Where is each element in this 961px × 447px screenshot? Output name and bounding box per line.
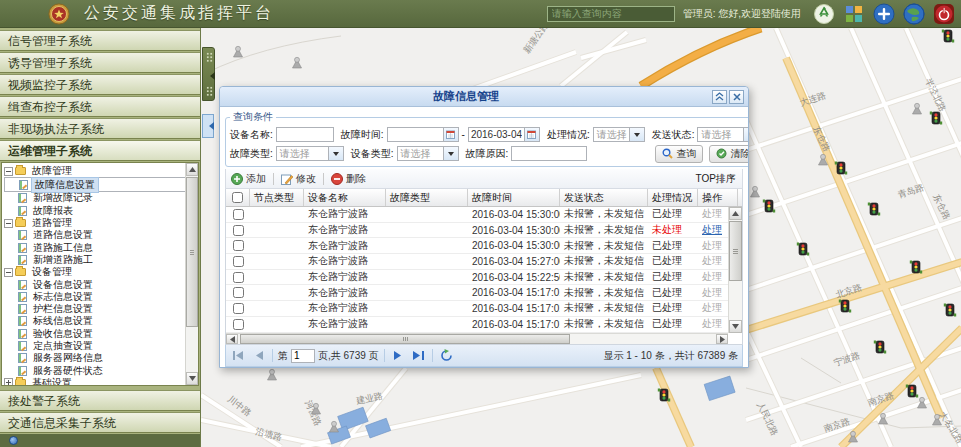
scroll-down-icon[interactable] (729, 320, 742, 333)
table-row[interactable]: 东仓路宁波路2016-03-04 15:22:50未报警，未发短信已处理处理 (226, 270, 742, 286)
column-header-handle-status[interactable]: 处理情况 (648, 189, 698, 206)
tree-item-server-network[interactable]: 服务器网络信息 (4, 352, 198, 364)
table-row[interactable]: 东仓路宁波路2016-03-04 15:27:00未报警，未发短信已处理处理 (226, 254, 742, 270)
handle-status-select[interactable]: 请选择 (593, 127, 645, 142)
fault-type-select[interactable]: 请选择 (276, 146, 344, 161)
row-checkbox[interactable] (233, 303, 244, 314)
sidebar-item-video[interactable]: 视频监控子系统 (0, 74, 200, 95)
tree-folder-fault[interactable]: 故障管理 (4, 165, 198, 177)
tree-item-guardrail-info[interactable]: 护栏信息设置 (4, 303, 198, 315)
table-row[interactable]: 东仓路宁波路2016-03-04 15:30:00未报警，未发短信已处理处理 (226, 207, 742, 223)
tree-folder-device[interactable]: 设备管理 (4, 266, 198, 278)
apps-grid-icon[interactable] (843, 3, 865, 25)
first-page-button[interactable] (230, 347, 247, 364)
tree-folder-road[interactable]: 道路管理 (4, 217, 198, 229)
table-row[interactable]: 东仓路宁波路2016-03-04 15:30:00未报警，未发短信未处理处理 (226, 223, 742, 239)
add-button[interactable]: 添加 (228, 171, 269, 187)
prev-page-button[interactable] (250, 347, 267, 364)
row-checkbox[interactable] (233, 240, 244, 251)
scroll-thumb[interactable] (729, 221, 742, 281)
top-sort-label[interactable]: TOP排序 (696, 172, 740, 186)
last-page-button[interactable] (410, 347, 427, 364)
sidebar-item-guidance[interactable]: 诱导管理子系统 (0, 52, 200, 73)
tree-folder-basic-settings[interactable]: 基础设置 (4, 377, 198, 386)
chevron-down-icon[interactable] (328, 147, 343, 160)
tree-scrollbar[interactable] (185, 163, 198, 385)
tree-item-fault-info[interactable]: 故障信息设置 (4, 177, 198, 192)
chevron-down-icon[interactable] (743, 128, 748, 141)
global-search-input[interactable] (547, 6, 675, 22)
tree-item-acceptance-info[interactable]: 验收信息设置 (4, 328, 198, 340)
next-page-button[interactable] (390, 347, 407, 364)
row-checkbox[interactable] (233, 256, 244, 267)
table-row[interactable]: 东仓路宁波路2016-03-04 15:17:01未报警，未发短信已处理处理 (226, 285, 742, 301)
column-header-node-type[interactable]: 节点类型 (250, 189, 304, 206)
edit-button[interactable]: 修改 (278, 171, 319, 187)
close-icon[interactable] (729, 90, 744, 104)
globe-icon[interactable] (903, 3, 925, 25)
device-type-select[interactable]: 请选择 (397, 146, 459, 161)
column-header-fault-time[interactable]: 故障时间 (468, 189, 560, 206)
scroll-up-icon[interactable] (729, 207, 742, 220)
table-row[interactable]: 东仓路宁波路2016-03-04 15:30:00未报警，未发短信已处理处理 (226, 238, 742, 254)
row-checkbox[interactable] (233, 225, 244, 236)
plus-icon[interactable] (873, 3, 895, 25)
table-row[interactable]: 东仓路宁波路2016-03-04 15:17:01未报警，未发短信已处理处理 (226, 301, 742, 317)
fault-reason-input[interactable] (511, 146, 587, 161)
scroll-down-icon[interactable] (186, 372, 198, 385)
chevron-down-icon[interactable] (629, 128, 644, 141)
select-all-checkbox[interactable] (232, 192, 243, 203)
scroll-up-icon[interactable] (186, 163, 198, 176)
collapse-toggle-icon[interactable] (4, 219, 13, 228)
column-header-device-name[interactable]: 设备名称 (304, 189, 386, 206)
calendar-icon[interactable] (524, 128, 539, 141)
sidebar-item-operations[interactable]: 运维管理子系统 (0, 140, 200, 161)
tree-item-new-fault[interactable]: 新增故障记录 (4, 192, 198, 204)
table-row[interactable]: 东仓路宁波路2016-03-04 15:17:01未报警，未发短信已处理处理 (226, 317, 742, 333)
collapse-toggle-icon[interactable] (4, 167, 13, 176)
expand-toggle-icon[interactable] (4, 378, 13, 386)
tree-item-spotcheck[interactable]: 定点抽查设置 (4, 340, 198, 352)
tree-item-road-info[interactable]: 道路信息设置 (4, 229, 198, 241)
clear-button[interactable]: 清除 (709, 145, 748, 163)
panel-collapse-handle-blue[interactable] (202, 114, 214, 138)
panel-collapse-handle[interactable] (202, 47, 215, 101)
column-header-operation[interactable]: 操作 (698, 189, 738, 206)
calendar-icon[interactable] (443, 128, 458, 141)
page-number-input[interactable] (291, 349, 315, 363)
send-status-select[interactable]: 请选择 (697, 127, 748, 142)
scroll-thumb[interactable] (240, 334, 570, 344)
power-icon[interactable] (933, 3, 955, 25)
delete-button[interactable]: 删除 (328, 171, 369, 187)
chevron-down-icon[interactable] (443, 147, 458, 160)
sidebar-item-alarm[interactable]: 接处警子系统 (0, 390, 200, 411)
collapse-dialog-icon[interactable] (712, 90, 727, 104)
device-name-input[interactable] (276, 127, 334, 142)
scroll-left-icon[interactable] (226, 334, 238, 344)
tree-scroll-thumb[interactable] (186, 177, 198, 327)
tree-item-fault-report[interactable]: 故障报表 (4, 205, 198, 217)
search-button[interactable]: 查询 (655, 145, 703, 163)
row-checkbox[interactable] (233, 287, 244, 298)
row-checkbox[interactable] (233, 319, 244, 330)
tree-item-new-road-construction[interactable]: 新增道路施工 (4, 254, 198, 266)
row-checkbox[interactable] (233, 272, 244, 283)
row-checkbox[interactable] (233, 209, 244, 220)
tree-item-marking-info[interactable]: 标线信息设置 (4, 315, 198, 327)
refresh-icon[interactable] (438, 347, 455, 364)
column-header-send-status[interactable]: 发送状态 (560, 189, 648, 206)
fault-time-from-input[interactable] (388, 128, 443, 141)
sidebar-item-traffic-collection[interactable]: 交通信息采集子系统 (0, 412, 200, 433)
tree-item-road-construction[interactable]: 道路施工信息 (4, 241, 198, 253)
sidebar-item-investigation[interactable]: 缉查布控子系统 (0, 96, 200, 117)
recycle-icon[interactable] (813, 3, 835, 25)
sidebar-item-signal[interactable]: 信号管理子系统 (0, 30, 200, 51)
column-header-fault-type[interactable]: 故障类型 (386, 189, 468, 206)
tree-item-sign-info[interactable]: 标志信息设置 (4, 291, 198, 303)
tree-item-device-info[interactable]: 设备信息设置 (4, 278, 198, 290)
sidebar-item-enforcement[interactable]: 非现场执法子系统 (0, 118, 200, 139)
collapse-toggle-icon[interactable] (4, 268, 13, 277)
dialog-titlebar[interactable]: 故障信息管理 (220, 87, 748, 107)
horizontal-scrollbar[interactable] (226, 333, 728, 344)
vertical-scrollbar[interactable] (728, 207, 742, 333)
